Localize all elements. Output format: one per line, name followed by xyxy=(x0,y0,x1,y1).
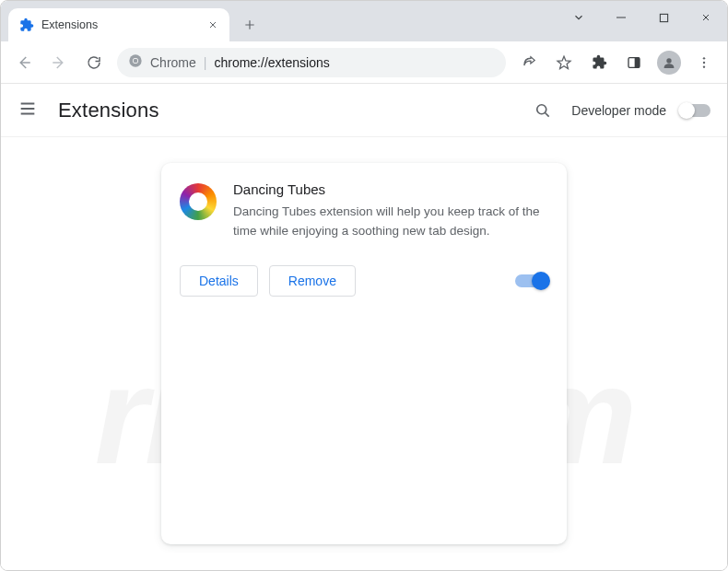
new-tab-button[interactable] xyxy=(237,12,263,38)
tab-title: Extensions xyxy=(41,18,198,31)
extension-name: Dancing Tubes xyxy=(233,181,548,197)
omnibox-divider: | xyxy=(204,55,207,70)
svg-point-3 xyxy=(134,58,138,63)
header-right: Developer mode xyxy=(527,95,710,126)
tab-search-icon[interactable] xyxy=(558,3,600,32)
chrome-logo-icon xyxy=(128,53,143,72)
close-button[interactable] xyxy=(685,3,727,32)
developer-mode-label: Developer mode xyxy=(571,103,666,118)
share-icon[interactable] xyxy=(513,47,545,78)
svg-point-6 xyxy=(666,58,671,63)
remove-button[interactable]: Remove xyxy=(269,265,356,297)
details-button[interactable]: Details xyxy=(180,265,258,297)
omnibox-url: chrome://extensions xyxy=(214,55,329,70)
tab-close-icon[interactable] xyxy=(205,17,220,32)
kebab-menu-icon[interactable] xyxy=(688,47,720,78)
reload-button[interactable] xyxy=(78,47,110,78)
search-icon[interactable] xyxy=(527,95,558,126)
page-title: Extensions xyxy=(58,99,507,122)
browser-tab[interactable]: Extensions xyxy=(8,8,229,41)
minimize-button[interactable] xyxy=(600,3,642,32)
titlebar: Extensions xyxy=(1,1,727,41)
omnibox[interactable]: Chrome | chrome://extensions xyxy=(117,48,506,77)
profile-avatar[interactable] xyxy=(653,47,685,78)
developer-mode-toggle[interactable] xyxy=(679,104,710,117)
back-button[interactable] xyxy=(8,47,40,78)
svg-rect-0 xyxy=(660,14,667,21)
bookmark-star-icon[interactable] xyxy=(548,47,580,78)
extension-card: Dancing Tubes Dancing Tubes extension wi… xyxy=(161,163,567,544)
content-area: PC risk.com Dancing Tubes Dancing Tubes … xyxy=(1,137,727,570)
browser-window: Extensions xyxy=(0,0,728,571)
extension-enabled-toggle[interactable] xyxy=(515,274,548,287)
extensions-puzzle-icon[interactable] xyxy=(583,47,615,78)
extension-puzzle-icon xyxy=(19,17,34,32)
svg-rect-5 xyxy=(635,57,640,67)
svg-point-8 xyxy=(703,61,705,63)
extension-description: Dancing Tubes extension will help you ke… xyxy=(233,203,548,241)
hamburger-menu-icon[interactable] xyxy=(18,99,38,122)
svg-point-10 xyxy=(537,104,546,113)
maximize-button[interactable] xyxy=(642,3,685,32)
svg-point-7 xyxy=(703,57,705,59)
forward-button[interactable] xyxy=(43,47,75,78)
side-panel-icon[interactable] xyxy=(618,47,650,78)
toolbar: Chrome | chrome://extensions xyxy=(1,41,727,84)
extension-icon xyxy=(180,183,217,220)
svg-point-9 xyxy=(703,65,705,67)
window-controls xyxy=(558,1,727,34)
page-header: Extensions Developer mode xyxy=(1,84,727,137)
omnibox-prefix: Chrome xyxy=(150,55,196,70)
